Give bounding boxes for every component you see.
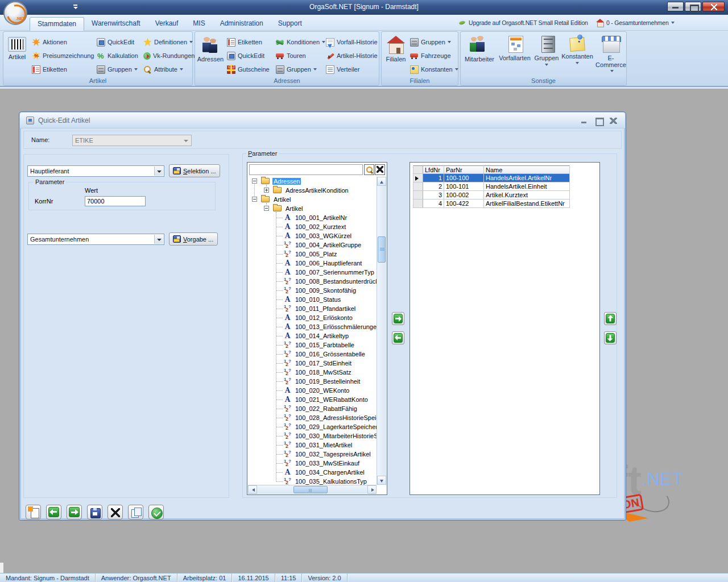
tree-item-100-004-artikelgruppe[interactable]: 12?100_004_ArtikelGruppe — [248, 240, 378, 250]
cell-name[interactable]: HandelsArtikel.Einheit — [484, 182, 570, 191]
tree-item-100-003-wgk-rzel[interactable]: A100_003_WGKürzel — [248, 231, 378, 240]
scroll-down-icon[interactable] — [377, 476, 386, 485]
cell-parnr[interactable]: 100-422 — [444, 199, 484, 208]
tree-item-100-032-tagespreisartikel[interactable]: 12?100_032_TagespreisArtikel — [248, 450, 378, 459]
collapse-icon[interactable] — [252, 197, 257, 202]
tree-item-100-033-mwsteinkauf[interactable]: 12?100_033_MwStEinkauf — [248, 459, 378, 468]
cell-parnr[interactable]: 100-100 — [444, 174, 484, 182]
remove-parameter-button[interactable] — [392, 331, 404, 344]
tree-item-100-006-hauptlieferant[interactable]: A100_006_Hauptlieferant — [248, 259, 378, 268]
definitionen-button[interactable]: Definitionen — [143, 35, 192, 49]
tree-item-100-012-erl-skonto[interactable]: A100_012_Erlöskonto — [248, 313, 378, 322]
artikel-historie-button[interactable]: Artikel-Historie — [326, 49, 379, 63]
tree-item-100-034-chargenartikel[interactable]: A100_034_ChargenArtikel — [248, 468, 378, 477]
preisumzeichnung-button[interactable]: Preisumzeichnung — [32, 49, 96, 63]
supplier-combo[interactable]: Hauptlieferant — [27, 165, 164, 177]
company-combo[interactable]: Gesamtunternehmen — [27, 234, 164, 245]
delete-button[interactable] — [107, 505, 123, 519]
scroll-up-icon[interactable] — [377, 177, 386, 186]
aktionen-button[interactable]: Aktionen — [32, 35, 96, 49]
tree-horizontal-scrollbar[interactable] — [248, 485, 377, 494]
gruppen-button[interactable]: Gruppen — [97, 63, 142, 76]
add-parameter-button[interactable] — [392, 312, 404, 325]
tab-verkauf[interactable]: Verkauf — [148, 17, 186, 31]
cell-parnr[interactable]: 100-101 — [444, 182, 484, 191]
tree-item-100-020-wekonto[interactable]: A100_020_WEKonto — [248, 386, 378, 395]
dialog-close-button[interactable] — [610, 118, 617, 124]
tree-item-100-009-skontof-hig[interactable]: 12?100_009_Skontofähig — [248, 286, 378, 295]
korrnr-input[interactable]: 70000 — [85, 196, 146, 206]
forward-button[interactable] — [67, 505, 82, 519]
cell-name[interactable]: ArtikelFilialBestand.EtikettNr — [484, 199, 570, 208]
ok-button[interactable] — [148, 505, 164, 519]
upgrade-link[interactable]: Upgrade auf Orgasoft.NET Small Retail Ed… — [458, 19, 588, 26]
tree-item-100-017-stdeinheit[interactable]: 12?100_017_StdEinheit — [248, 359, 378, 368]
tab-mis[interactable]: MIS — [185, 17, 212, 31]
hscrollbar-thumb[interactable] — [293, 486, 328, 493]
tree-item-adressen[interactable]: Adressen — [248, 177, 378, 186]
vorgabe-button[interactable]: Vorgabe ... — [169, 232, 218, 246]
table-row[interactable]: 3100-002Artikel.Kurztext — [413, 191, 570, 199]
table-row[interactable]: 2100-101HandelsArtikel.Einheit — [413, 182, 570, 191]
row-selector-cell[interactable] — [413, 182, 423, 191]
cell-name[interactable]: HandelsArtikel.ArtikelNr — [484, 174, 570, 182]
tree-item-100-022-rabattf-hig[interactable]: 12?100_022_RabattFähig — [248, 404, 378, 413]
gruppen-button[interactable]: Gruppen — [276, 63, 325, 76]
tree-item-100-016-gr-ssentabelle[interactable]: 12?100_016_Grössentabelle — [248, 350, 378, 359]
tree-item-100-013-erl-sschm-lerungen[interactable]: A100_013_Erlösschmälerungen — [248, 322, 378, 331]
tree-item-100-011-pfandartikel[interactable]: 12?100_011_Pfandartikel — [248, 304, 378, 313]
name-combo[interactable]: ETIKE — [72, 135, 192, 146]
etiketten-button[interactable]: Etiketten — [32, 63, 96, 76]
gruppen-button[interactable]: Gruppen — [533, 33, 560, 78]
table-row[interactable]: 4100-422ArtikelFilialBestand.EtikettNr — [413, 199, 570, 208]
artikel-button[interactable]: Artikel — [5, 33, 30, 78]
cell-lfdnr[interactable]: 4 — [423, 199, 444, 208]
tree-search-input[interactable] — [249, 164, 363, 175]
tree-item-100-028-adresshistoriespeichern[interactable]: 12?100_028_AdressHistorieSpeichern — [248, 413, 378, 422]
table-row[interactable]: 1100-100HandelsArtikel.ArtikelNr — [413, 174, 570, 182]
scroll-right-icon[interactable] — [367, 485, 377, 494]
row-selector-cell[interactable] — [413, 191, 423, 199]
konditionen-button[interactable]: Konditionen — [276, 35, 325, 49]
gruppen-button[interactable]: Gruppen — [410, 35, 458, 49]
tree-item-100-021-werabattkonto[interactable]: A100_021_WERabattKonto — [248, 395, 378, 404]
cell-lfdnr[interactable]: 2 — [423, 182, 444, 191]
collapse-icon[interactable] — [264, 206, 269, 211]
tree-vertical-scrollbar[interactable] — [377, 177, 386, 485]
konstanten-button[interactable]: Konstanten — [561, 33, 594, 78]
move-up-button[interactable] — [604, 312, 617, 325]
e-commerce-button[interactable]: E-Commerce — [595, 33, 627, 78]
verteiler-button[interactable]: Verteiler — [326, 63, 379, 76]
tree-item-adressartikelkondition[interactable]: AdressArtikelKondition — [248, 186, 378, 195]
filialen-button[interactable]: Filialen — [383, 33, 409, 78]
konstanten-button[interactable]: Konstanten — [410, 63, 458, 76]
clear-search-button[interactable] — [375, 164, 385, 175]
minimize-button[interactable] — [667, 2, 684, 11]
tab-warenwirtschaft[interactable]: Warenwirtschaft — [84, 17, 148, 31]
cell-name[interactable]: Artikel.Kurztext — [484, 191, 570, 199]
tab-administration[interactable]: Administration — [213, 17, 271, 31]
column-header-name[interactable]: Name — [484, 166, 570, 174]
cell-lfdnr[interactable]: 3 — [423, 191, 444, 199]
scrollbar-thumb[interactable] — [378, 236, 386, 263]
close-button[interactable] — [702, 2, 725, 11]
copy-button[interactable] — [128, 505, 143, 519]
dialog-title-bar[interactable]: Quick-Edit Artikel — [20, 113, 625, 128]
app-logo-icon[interactable] — [3, 1, 27, 25]
touren-button[interactable]: Touren — [276, 49, 325, 63]
company-selector[interactable]: 0 - Gesamtunternehmen — [596, 19, 675, 26]
save-button[interactable] — [87, 505, 102, 519]
row-selector-cell[interactable] — [413, 174, 423, 182]
row-selector-cell[interactable] — [413, 199, 423, 208]
dialog-minimize-button[interactable] — [580, 118, 588, 124]
tree-item-100-030-mitarbeiterhistoriesp[interactable]: 12?100_030_MitarbeiterHistorieSp — [248, 431, 378, 440]
tree-item-100-014-artikeltyp[interactable]: A100_014_Artikeltyp — [248, 331, 378, 340]
tree-item-100-001-artikelnr[interactable]: A100_001_ArtikelNr — [248, 213, 378, 222]
gutscheine-button[interactable]: Gutscheine — [227, 63, 275, 76]
fahrzeuge-button[interactable]: Fahrzeuge — [410, 49, 458, 63]
quickedit-button[interactable]: QuickEdit — [97, 35, 142, 49]
vk-rundungen-button[interactable]: Vk-Rundungen — [143, 49, 192, 63]
search-button[interactable] — [364, 164, 374, 175]
tree-item-100-029-lagerkartespeichern[interactable]: 12?100_029_LagerkarteSpeichern — [248, 422, 378, 431]
tree-item-100-010-status[interactable]: A100_010_Status — [248, 295, 378, 304]
